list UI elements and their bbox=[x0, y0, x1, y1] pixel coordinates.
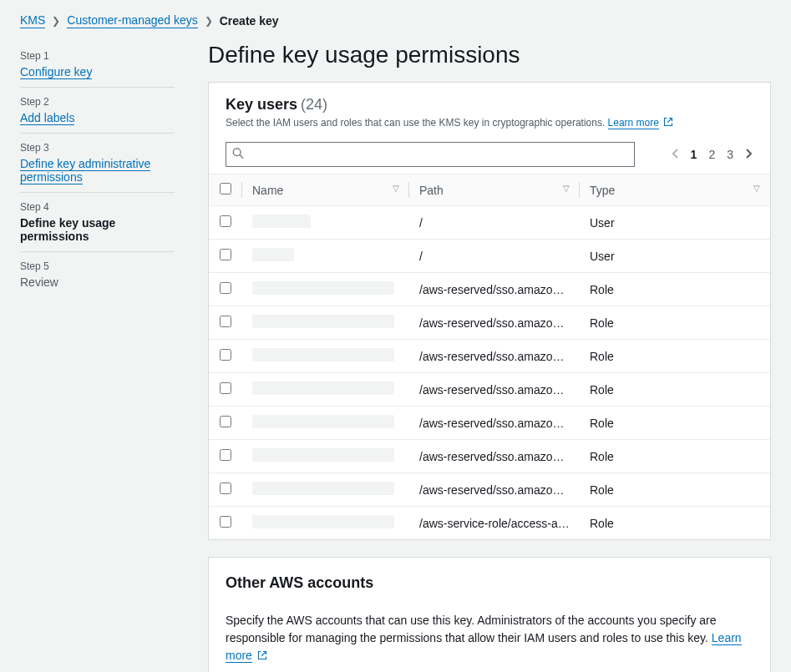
step-label: Step 5 bbox=[20, 260, 175, 272]
redacted-name bbox=[252, 448, 394, 462]
row-type: Role bbox=[580, 306, 770, 340]
table-row: /aws-reserved/sso.amazonaws…Role bbox=[209, 373, 770, 407]
table-row: /aws-reserved/sso.amazonaws…Role bbox=[209, 473, 770, 507]
row-path: /aws-reserved/sso.amazonaws… bbox=[419, 383, 570, 397]
table-row: /User bbox=[209, 240, 770, 273]
breadcrumb-kms[interactable]: KMS bbox=[20, 13, 45, 28]
select-all-checkbox[interactable] bbox=[220, 183, 231, 195]
table-row: /aws-reserved/sso.amazonaws…Role bbox=[209, 340, 770, 373]
row-checkbox[interactable] bbox=[220, 316, 231, 327]
table-row: /User bbox=[209, 206, 770, 240]
row-checkbox[interactable] bbox=[220, 416, 231, 427]
row-checkbox[interactable] bbox=[220, 349, 231, 361]
step-usage-permissions: Define key usage permissions bbox=[20, 216, 175, 243]
key-users-count: (24) bbox=[301, 96, 327, 113]
learn-more-link[interactable]: Learn more bbox=[608, 117, 659, 129]
other-accounts-panel: Other AWS accounts Specify the AWS accou… bbox=[208, 557, 771, 672]
row-path: /aws-reserved/sso.amazonaws… bbox=[419, 283, 570, 296]
step-configure-key[interactable]: Configure key bbox=[20, 65, 92, 79]
chevron-right-icon: ❯ bbox=[52, 15, 60, 27]
row-checkbox[interactable] bbox=[220, 249, 231, 260]
row-checkbox[interactable] bbox=[220, 449, 231, 461]
svg-line-1 bbox=[240, 155, 243, 159]
row-path: /aws-reserved/sso.amazonaws… bbox=[419, 316, 570, 330]
row-path: /aws-reserved/sso.amazonaws… bbox=[419, 417, 570, 430]
chevron-right-icon: ❯ bbox=[205, 15, 213, 27]
breadcrumb-current: Create key bbox=[220, 14, 279, 28]
redacted-name bbox=[252, 315, 394, 328]
row-type: Role bbox=[580, 373, 770, 407]
search-icon bbox=[232, 148, 244, 162]
table-row: /aws-reserved/sso.amazonaws…Role bbox=[209, 306, 770, 340]
row-path: /aws-reserved/sso.amazonaws… bbox=[419, 350, 570, 363]
column-path[interactable]: Path bbox=[409, 174, 580, 206]
row-type: Role bbox=[580, 340, 770, 373]
row-checkbox[interactable] bbox=[220, 282, 231, 294]
other-accounts-title: Other AWS accounts bbox=[226, 574, 753, 592]
redacted-name bbox=[252, 415, 394, 428]
row-type: Role bbox=[580, 473, 770, 507]
wizard-steps: Step 1 Configure key Step 2 Add labels S… bbox=[20, 42, 175, 672]
table-row: /aws-reserved/sso.amazonaws…Role bbox=[209, 273, 770, 306]
column-name[interactable]: Name bbox=[242, 174, 409, 206]
redacted-name bbox=[252, 381, 394, 395]
other-accounts-description: Specify the AWS accounts that can use th… bbox=[226, 614, 717, 644]
table-row: /aws-service-role/access-analy…Role bbox=[209, 507, 770, 540]
pagination-page-1[interactable]: 1 bbox=[691, 148, 697, 161]
key-users-panel: Key users (24) Select the IAM users and … bbox=[208, 82, 771, 540]
redacted-name bbox=[252, 348, 394, 361]
row-type: User bbox=[580, 206, 770, 240]
key-users-title: Key users bbox=[226, 96, 297, 113]
row-type: Role bbox=[580, 507, 770, 540]
redacted-name bbox=[252, 248, 294, 261]
row-type: Role bbox=[580, 407, 770, 440]
table-row: /aws-reserved/sso.amazonaws…Role bbox=[209, 440, 770, 473]
row-checkbox[interactable] bbox=[220, 382, 231, 394]
redacted-name bbox=[252, 281, 394, 295]
step-label: Step 3 bbox=[20, 142, 175, 154]
row-checkbox[interactable] bbox=[220, 483, 231, 494]
table-row: /aws-reserved/sso.amazonaws…Role bbox=[209, 407, 770, 440]
breadcrumb-customer-managed-keys[interactable]: Customer-managed keys bbox=[67, 13, 197, 28]
row-path: / bbox=[419, 250, 570, 263]
step-add-labels[interactable]: Add labels bbox=[20, 111, 74, 125]
row-path: /aws-reserved/sso.amazonaws… bbox=[419, 450, 570, 463]
page-title: Define key usage permissions bbox=[208, 42, 771, 68]
step-admin-permissions[interactable]: Define key administrative permissions bbox=[20, 157, 150, 184]
pagination-prev[interactable] bbox=[671, 148, 679, 162]
row-type: User bbox=[580, 240, 770, 273]
search-input[interactable] bbox=[226, 142, 635, 167]
redacted-name bbox=[252, 515, 394, 528]
redacted-name bbox=[252, 215, 311, 228]
step-label: Step 4 bbox=[20, 201, 175, 213]
column-type[interactable]: Type bbox=[580, 174, 770, 206]
row-checkbox[interactable] bbox=[220, 215, 231, 227]
svg-point-0 bbox=[233, 149, 241, 156]
row-path: /aws-service-role/access-analy… bbox=[419, 517, 570, 530]
step-review: Review bbox=[20, 275, 175, 289]
pagination: 1 2 3 bbox=[671, 148, 753, 162]
external-link-icon bbox=[663, 117, 673, 127]
step-label: Step 1 bbox=[20, 50, 175, 62]
step-label: Step 2 bbox=[20, 96, 175, 108]
row-path: / bbox=[419, 216, 570, 230]
row-path: /aws-reserved/sso.amazonaws… bbox=[419, 483, 570, 497]
pagination-page-3[interactable]: 3 bbox=[727, 148, 733, 161]
pagination-next[interactable] bbox=[745, 148, 753, 162]
row-type: Role bbox=[580, 273, 770, 306]
redacted-name bbox=[252, 482, 394, 495]
row-checkbox[interactable] bbox=[220, 516, 231, 528]
pagination-page-2[interactable]: 2 bbox=[708, 148, 715, 161]
key-users-description: Select the IAM users and roles that can … bbox=[226, 117, 605, 129]
key-users-table: Name Path Type /User/User/aws-reserved/s… bbox=[209, 174, 770, 539]
external-link-icon bbox=[257, 648, 267, 658]
breadcrumb: KMS ❯ Customer-managed keys ❯ Create key bbox=[20, 13, 771, 28]
row-type: Role bbox=[580, 440, 770, 473]
